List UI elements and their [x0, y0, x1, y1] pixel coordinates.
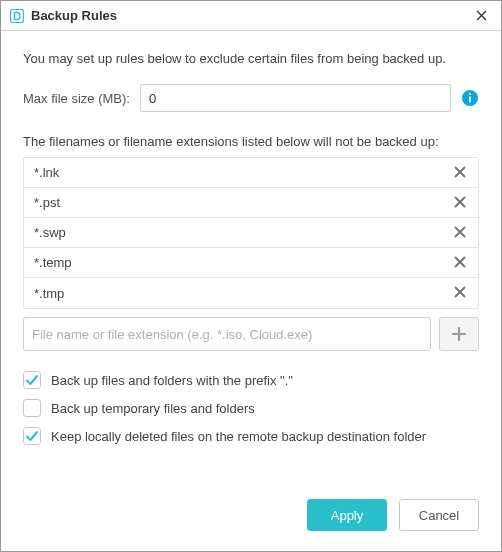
remove-extension-icon[interactable] — [452, 164, 468, 182]
check-icon — [25, 373, 39, 387]
extension-item: *.pst — [24, 188, 478, 218]
remove-extension-icon[interactable] — [452, 194, 468, 212]
extension-label: *.swp — [34, 225, 452, 240]
remove-extension-icon[interactable] — [452, 224, 468, 242]
checkbox[interactable] — [23, 427, 41, 445]
extension-item: *.tmp — [24, 278, 478, 308]
add-extension-input[interactable] — [23, 317, 431, 351]
checkbox-label: Back up temporary files and folders — [51, 401, 255, 416]
max-file-size-row: Max file size (MB): — [23, 84, 479, 112]
checkbox-row[interactable]: Keep locally deleted files on the remote… — [23, 427, 479, 445]
extension-label: *.tmp — [34, 286, 452, 301]
checkbox-row[interactable]: Back up temporary files and folders — [23, 399, 479, 417]
checkbox-label: Back up files and folders with the prefi… — [51, 373, 293, 388]
dialog-footer: Apply Cancel — [1, 483, 501, 551]
max-file-size-input[interactable] — [140, 84, 451, 112]
extension-label: *.lnk — [34, 165, 452, 180]
svg-rect-0 — [11, 9, 24, 22]
add-extension-button[interactable] — [439, 317, 479, 351]
checkbox[interactable] — [23, 399, 41, 417]
app-icon — [9, 8, 25, 24]
checkbox-label: Keep locally deleted files on the remote… — [51, 429, 426, 444]
dialog-body: You may set up rules below to exclude ce… — [1, 31, 501, 483]
check-icon — [25, 429, 39, 443]
extension-label: *.pst — [34, 195, 452, 210]
checkbox-row[interactable]: Back up files and folders with the prefi… — [23, 371, 479, 389]
info-icon[interactable] — [461, 89, 479, 107]
extension-label: *.temp — [34, 255, 452, 270]
extension-item: *.swp — [24, 218, 478, 248]
extension-list: *.lnk*.pst*.swp*.temp*.tmp — [23, 157, 479, 309]
cancel-button[interactable]: Cancel — [399, 499, 479, 531]
filenames-label: The filenames or filename extensions lis… — [23, 134, 479, 149]
plus-icon — [452, 327, 466, 341]
extension-item: *.lnk — [24, 158, 478, 188]
svg-rect-2 — [469, 97, 471, 103]
backup-rules-dialog: Backup Rules You may set up rules below … — [0, 0, 502, 552]
add-extension-row — [23, 317, 479, 351]
max-file-size-label: Max file size (MB): — [23, 91, 130, 106]
extension-item: *.temp — [24, 248, 478, 278]
remove-extension-icon[interactable] — [452, 284, 468, 302]
close-icon[interactable] — [469, 8, 493, 24]
checkbox[interactable] — [23, 371, 41, 389]
svg-point-3 — [469, 93, 471, 95]
titlebar: Backup Rules — [1, 1, 501, 31]
window-title: Backup Rules — [31, 8, 469, 23]
apply-button[interactable]: Apply — [307, 499, 387, 531]
description-text: You may set up rules below to exclude ce… — [23, 51, 479, 66]
remove-extension-icon[interactable] — [452, 254, 468, 272]
checkbox-group: Back up files and folders with the prefi… — [23, 371, 479, 445]
